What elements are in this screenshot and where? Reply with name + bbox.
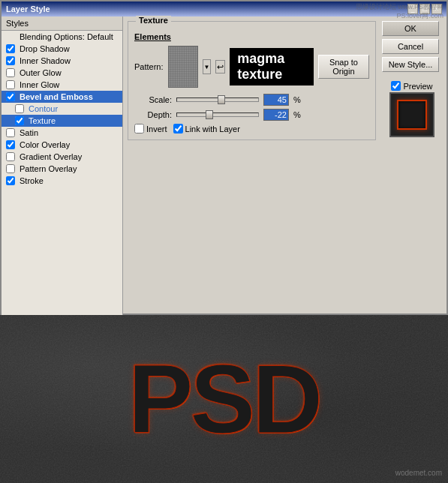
- texture-checkbox[interactable]: [15, 116, 24, 125]
- snap-to-origin-button[interactable]: Snap to Origin: [318, 55, 369, 79]
- color-overlay-checkbox[interactable]: [6, 140, 15, 149]
- layer-style-dialog: Layer Style _ □ × 思缘设计论坛 www.PS教程网 PS:lo…: [0, 0, 448, 315]
- bevel-emboss-checkbox[interactable]: [6, 92, 15, 101]
- scale-slider[interactable]: [176, 98, 259, 102]
- sidebar-item-pattern-overlay[interactable]: Pattern Overlay: [2, 163, 122, 175]
- scale-thumb[interactable]: [218, 95, 225, 104]
- preview-label: Preview: [403, 82, 432, 91]
- scale-label: Scale:: [134, 95, 172, 104]
- sidebar-item-contour[interactable]: Contour: [2, 103, 122, 115]
- link-layer-option[interactable]: Link with Layer: [173, 124, 240, 134]
- depth-value-input[interactable]: [263, 109, 289, 121]
- depth-slider[interactable]: [176, 112, 259, 117]
- drop-shadow-checkbox[interactable]: [6, 44, 15, 53]
- dialog-body: Styles Blending Options: Default Drop Sh…: [2, 16, 446, 316]
- invert-label: Invert: [146, 124, 167, 134]
- preview-inner: [397, 100, 427, 130]
- cancel-button[interactable]: Cancel: [382, 39, 439, 54]
- pattern-row: Pattern: ▼ ↩ magma texture Snap to Origi…: [134, 46, 369, 88]
- sidebar-item-outer-glow[interactable]: Outer Glow: [2, 67, 122, 79]
- pattern-reset-button[interactable]: ↩: [215, 60, 225, 74]
- sidebar-item-color-overlay[interactable]: Color Overlay: [2, 139, 122, 151]
- scale-row: Scale: %: [134, 94, 369, 106]
- pattern-overlay-checkbox[interactable]: [6, 164, 15, 173]
- inner-glow-checkbox[interactable]: [6, 80, 15, 89]
- canvas-area: PSD wodemet.com: [0, 315, 448, 483]
- preview-checkbox-row: Preview: [391, 81, 432, 91]
- depth-label: Depth:: [134, 110, 172, 119]
- pattern-label: Pattern:: [134, 62, 164, 71]
- buttons-panel: OK Cancel New Style... Preview: [382, 21, 442, 137]
- contour-checkbox[interactable]: [15, 104, 24, 113]
- depth-row: Depth: %: [134, 109, 369, 121]
- psd-text: PSD: [128, 343, 320, 455]
- depth-thumb[interactable]: [206, 110, 213, 119]
- texture-wrapper: Texture Elements Pattern: ▼ ↩ magma text…: [128, 21, 376, 140]
- invert-option[interactable]: Invert: [134, 124, 167, 134]
- link-layer-checkbox[interactable]: [173, 124, 183, 134]
- sidebar-item-blending[interactable]: Blending Options: Default: [2, 31, 122, 43]
- elements-label: Elements: [134, 32, 369, 41]
- sidebar-item-drop-shadow[interactable]: Drop Shadow: [2, 43, 122, 55]
- inner-shadow-checkbox[interactable]: [6, 56, 15, 65]
- sidebar-item-inner-glow[interactable]: Inner Glow: [2, 79, 122, 91]
- invert-checkbox[interactable]: [134, 124, 144, 134]
- new-style-button[interactable]: New Style...: [382, 57, 439, 72]
- texture-panel-title: Texture: [136, 16, 171, 25]
- canvas-watermark: wodemet.com: [395, 469, 442, 477]
- dialog-title: Layer Style: [6, 4, 50, 14]
- link-layer-label: Link with Layer: [185, 124, 240, 134]
- left-panel: Styles Blending Options: Default Drop Sh…: [2, 16, 123, 316]
- preview-checkbox[interactable]: [391, 81, 401, 91]
- ok-button[interactable]: OK: [382, 21, 439, 36]
- satin-checkbox[interactable]: [6, 128, 15, 137]
- scale-percent: %: [293, 95, 301, 104]
- outer-glow-checkbox[interactable]: [6, 68, 15, 77]
- sidebar-item-bevel-emboss[interactable]: Bevel and Emboss: [2, 91, 122, 103]
- sidebar-item-gradient-overlay[interactable]: Gradient Overlay: [2, 151, 122, 163]
- depth-percent: %: [293, 110, 301, 119]
- sidebar-item-texture[interactable]: Texture: [2, 115, 122, 127]
- preview-section: Preview: [382, 81, 442, 137]
- preview-box: [389, 92, 434, 137]
- scale-value-input[interactable]: [263, 94, 289, 106]
- sidebar-item-satin[interactable]: Satin: [2, 127, 122, 139]
- styles-header: Styles: [2, 16, 122, 31]
- stroke-checkbox[interactable]: [6, 176, 15, 185]
- magma-texture-label: magma texture: [230, 48, 314, 86]
- options-row: Invert Link with Layer: [134, 124, 369, 134]
- right-content: Texture Elements Pattern: ▼ ↩ magma text…: [123, 16, 446, 316]
- pattern-dropdown[interactable]: ▼: [203, 59, 211, 74]
- sidebar-item-inner-shadow[interactable]: Inner Shadow: [2, 55, 122, 67]
- sidebar-item-stroke[interactable]: Stroke: [2, 175, 122, 187]
- pattern-thumbnail[interactable]: [168, 46, 199, 88]
- gradient-overlay-checkbox[interactable]: [6, 152, 15, 161]
- canvas-texture: PSD wodemet.com: [0, 315, 448, 483]
